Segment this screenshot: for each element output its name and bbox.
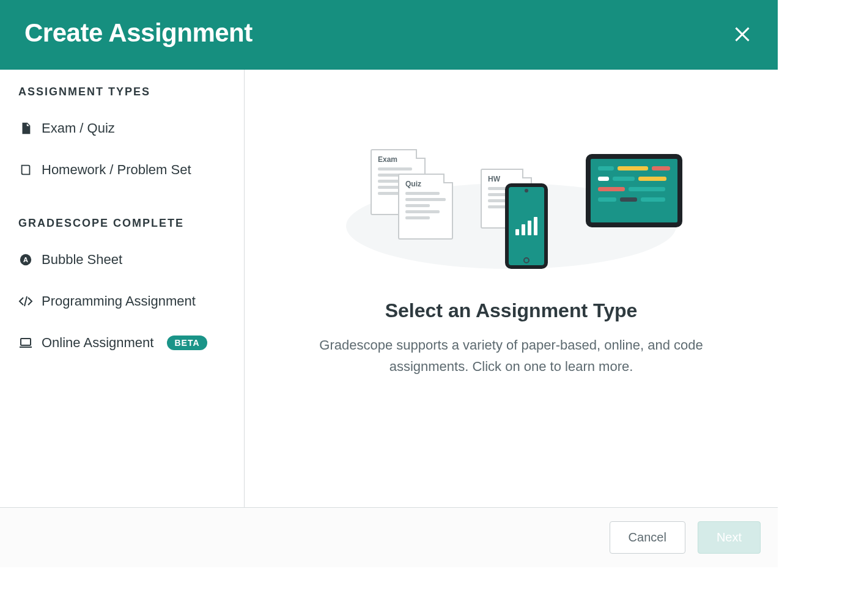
type-bubble-sheet[interactable]: A Bubble Sheet	[18, 244, 226, 275]
illustration: Exam Quiz HW	[340, 149, 682, 284]
type-label: Programming Assignment	[42, 293, 196, 309]
type-programming[interactable]: Programming Assignment	[18, 286, 226, 317]
modal-header: Create Assignment	[0, 0, 778, 70]
sidebar-section-heading-types: ASSIGNMENT TYPES	[18, 86, 226, 98]
modal-body: ASSIGNMENT TYPES Exam / Quiz Homework / …	[0, 70, 778, 507]
bubble-a-icon: A	[18, 252, 33, 267]
code-icon	[18, 294, 33, 309]
tablet-icon	[586, 154, 682, 227]
type-label: Online Assignment	[42, 335, 153, 351]
type-label: Bubble Sheet	[42, 252, 122, 268]
main-heading: Select an Assignment Type	[385, 299, 638, 322]
modal-title: Create Assignment	[24, 18, 253, 48]
type-online-assignment[interactable]: Online Assignment BETA	[18, 328, 226, 358]
sidebar: ASSIGNMENT TYPES Exam / Quiz Homework / …	[0, 70, 245, 507]
type-homework[interactable]: Homework / Problem Set	[18, 155, 226, 185]
type-label: Exam / Quiz	[42, 120, 115, 136]
phone-icon	[505, 183, 548, 269]
main-description: Gradescope supports a variety of paper-b…	[303, 334, 719, 377]
svg-rect-2	[21, 339, 31, 345]
laptop-icon	[18, 336, 33, 350]
sidebar-section-heading-complete: GRADESCOPE COMPLETE	[18, 217, 226, 230]
create-assignment-modal: Create Assignment ASSIGNMENT TYPES Exam …	[0, 0, 778, 567]
type-exam-quiz[interactable]: Exam / Quiz	[18, 113, 226, 144]
type-label: Homework / Problem Set	[42, 162, 191, 178]
book-icon	[18, 163, 33, 177]
document-icon	[18, 121, 33, 136]
doc-label: Quiz	[405, 180, 446, 188]
beta-badge: BETA	[167, 336, 207, 350]
doc-label: HW	[488, 175, 525, 183]
doc-label: Exam	[378, 155, 418, 164]
main-panel: Exam Quiz HW	[245, 70, 778, 507]
next-button[interactable]: Next	[698, 521, 761, 554]
cancel-button[interactable]: Cancel	[610, 521, 685, 554]
modal-footer: Cancel Next	[0, 507, 778, 567]
close-icon[interactable]	[731, 22, 753, 44]
svg-text:A: A	[23, 256, 28, 263]
